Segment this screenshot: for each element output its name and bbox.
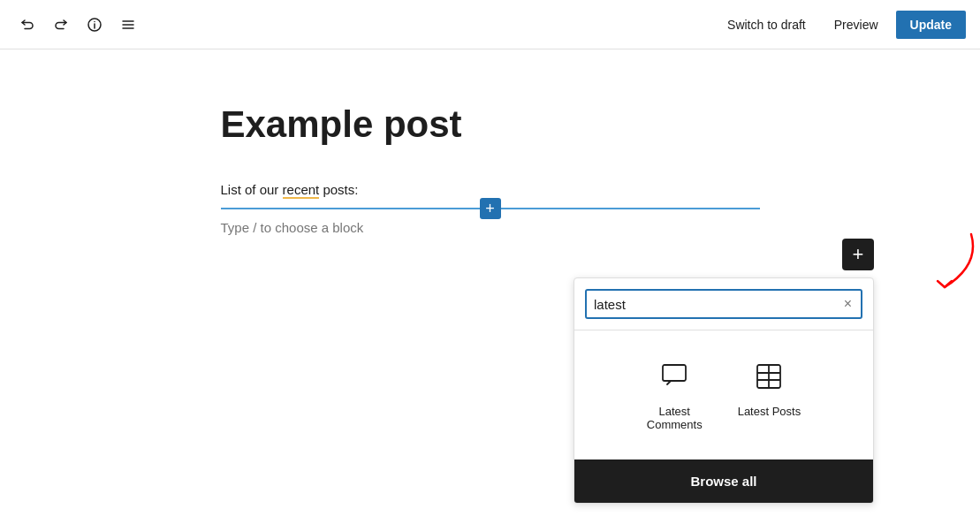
switch-to-draft-button[interactable]: Switch to draft [717, 12, 817, 37]
redo-button[interactable] [48, 11, 74, 38]
search-input-container: × [574, 278, 873, 330]
inline-add-block-button[interactable]: + [480, 198, 501, 219]
list-view-icon [120, 17, 136, 33]
preview-button[interactable]: Preview [824, 12, 889, 37]
post-title[interactable]: Example post [221, 103, 760, 147]
redo-icon [53, 17, 69, 33]
block-item-latest-comments[interactable]: LatestComments [636, 348, 713, 438]
posts-icon [748, 355, 790, 398]
block-type-hint: Type / to choose a block [221, 220, 760, 235]
browse-all-button[interactable]: Browse all [574, 459, 873, 503]
add-block-button[interactable]: + [842, 239, 874, 270]
block-inserter-region: + × LatestComments [574, 239, 874, 504]
editor-area: Example post List of our recent posts: +… [0, 49, 980, 235]
info-icon [87, 17, 103, 33]
update-button[interactable]: Update [896, 11, 966, 39]
latest-posts-label: Latest Posts [738, 405, 801, 418]
svg-rect-6 [663, 365, 686, 381]
undo-icon [19, 17, 35, 33]
search-input-wrapper: × [585, 289, 862, 319]
block-divider: + [221, 208, 760, 209]
editor-content: Example post List of our recent posts: +… [221, 103, 760, 235]
block-search-results: LatestComments Latest Posts [574, 330, 873, 459]
toolbar-right-actions: Switch to draft Preview Update [717, 11, 966, 39]
red-arrow-annotation [874, 230, 980, 318]
paragraph-block[interactable]: List of our recent posts: [221, 182, 760, 197]
highlighted-text: recent [283, 182, 320, 199]
undo-button[interactable] [14, 11, 41, 38]
search-clear-button[interactable]: × [842, 294, 854, 314]
paragraph-text: List of our recent posts: [221, 182, 359, 199]
info-button[interactable] [81, 11, 108, 38]
block-item-latest-posts[interactable]: Latest Posts [727, 348, 812, 438]
latest-comments-label: LatestComments [647, 405, 703, 431]
comment-icon [653, 355, 695, 398]
svg-point-2 [94, 20, 95, 22]
list-view-button[interactable] [115, 11, 141, 38]
toolbar: Switch to draft Preview Update [0, 0, 980, 49]
block-search-popup: × LatestComments [574, 277, 874, 504]
toolbar-left-actions [14, 11, 141, 38]
block-search-input[interactable] [594, 297, 842, 312]
